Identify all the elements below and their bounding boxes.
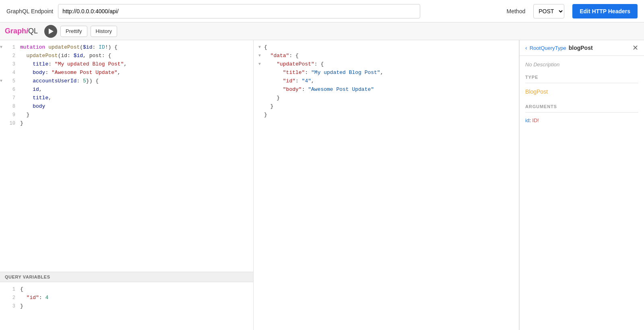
doc-body: No Description TYPE BlogPost ARGUMENTS i… xyxy=(520,56,644,330)
doc-current-title: blogPost xyxy=(569,45,630,51)
response-code: ▼ { ▼ "data": { ▼ "updatePost": { "title… xyxy=(254,40,519,123)
line-num-7: 7 xyxy=(6,94,20,102)
line-content-2: updatePost(id: $id, post: { xyxy=(20,52,253,60)
query-code: ▼ 1 mutation updatePost($id: ID!) { 2 up… xyxy=(0,40,253,131)
collapse-arrow-1[interactable]: ▼ xyxy=(0,43,6,51)
doc-close-button[interactable]: ✕ xyxy=(632,44,638,51)
collapse-arrow-10 xyxy=(0,119,6,120)
collapse-arrow-9 xyxy=(0,111,6,112)
collapse-arrow-7 xyxy=(0,94,6,95)
doc-type-link[interactable]: BlogPost xyxy=(525,88,548,95)
resp-content-4: "title": "My updated Blog Post", xyxy=(264,69,514,77)
collapse-arrow-4 xyxy=(0,69,6,70)
graphiql-title: GraphiQL xyxy=(5,27,38,35)
collapse-arrow-5[interactable]: ▼ xyxy=(0,77,6,84)
query-editor[interactable]: ▼ 1 mutation updatePost($id: ID!) { 2 up… xyxy=(0,40,253,272)
code-line-3: 3 title: "My updated Blog Post", xyxy=(0,60,253,69)
doc-divider-1 xyxy=(525,83,638,83)
var-line-3: 3 } xyxy=(0,302,253,311)
main-layout: ▼ 1 mutation updatePost($id: ID!) { 2 up… xyxy=(0,40,644,330)
doc-pane: ‹ RootQueryType blogPost ✕ No Descriptio… xyxy=(519,40,644,330)
graphiql-ql: QL xyxy=(28,27,38,35)
code-line-2: 2 updatePost(id: $id, post: { xyxy=(0,52,253,60)
var-content-1: { xyxy=(20,285,253,294)
method-select[interactable]: POST GET xyxy=(533,4,564,18)
method-label: Method xyxy=(507,8,526,14)
run-icon xyxy=(49,29,54,34)
line-content-4: body: "Awesome Post Update", xyxy=(20,69,253,77)
var-num-3: 3 xyxy=(6,302,20,310)
prettify-button[interactable]: Prettify xyxy=(60,26,87,37)
graphiql-g: Graph xyxy=(5,27,26,35)
endpoint-input[interactable] xyxy=(58,4,420,18)
line-content-8: body xyxy=(20,102,253,111)
resp-arrow-2[interactable]: ▼ xyxy=(258,52,264,59)
line-content-10: } xyxy=(20,119,253,128)
resp-arrow-4 xyxy=(258,69,264,70)
line-content-3: title: "My updated Blog Post", xyxy=(20,60,253,69)
resp-arrow-9 xyxy=(258,111,264,112)
resp-arrow-6 xyxy=(258,86,264,86)
line-num-5: 5 xyxy=(6,77,20,85)
code-line-9: 9 } xyxy=(0,111,253,119)
var-content-2: "id": 4 xyxy=(20,294,253,302)
resp-content-9: } xyxy=(264,111,514,119)
line-num-3: 3 xyxy=(6,60,20,68)
resp-line-9: } xyxy=(258,111,514,119)
doc-header: ‹ RootQueryType blogPost ✕ xyxy=(520,40,644,56)
resp-line-8: } xyxy=(258,102,514,111)
resp-line-5: "id": "4", xyxy=(258,77,514,86)
resp-content-5: "id": "4", xyxy=(264,77,514,86)
line-content-1: mutation updatePost($id: ID!) { xyxy=(20,43,253,52)
top-bar: GraphQL Endpoint Method POST GET Edit HT… xyxy=(0,0,644,23)
resp-content-1: { xyxy=(264,43,514,52)
edit-headers-button[interactable]: Edit HTTP Headers xyxy=(572,4,638,18)
endpoint-label: GraphQL Endpoint xyxy=(6,8,53,14)
resp-arrow-7 xyxy=(258,94,264,95)
query-variables-bar[interactable]: QUERY VARIABLES xyxy=(0,272,253,282)
query-variables-editor[interactable]: 1 { 2 "id": 4 3 } xyxy=(0,282,253,330)
doc-divider-2 xyxy=(525,112,638,113)
line-content-5: accountsUserId: 5}) { xyxy=(20,77,253,86)
line-content-7: title, xyxy=(20,94,253,102)
doc-arguments-section: ARGUMENTS xyxy=(525,104,638,109)
line-num-9: 9 xyxy=(6,111,20,119)
doc-nav-link[interactable]: RootQueryType xyxy=(530,45,566,51)
history-button[interactable]: History xyxy=(91,26,117,37)
resp-arrow-3[interactable]: ▼ xyxy=(258,60,264,68)
var-content-3: } xyxy=(20,302,253,311)
line-num-1: 1 xyxy=(6,43,20,51)
resp-line-2: ▼ "data": { xyxy=(258,52,514,60)
line-num-10: 10 xyxy=(6,119,20,127)
resp-content-3: "updatePost": { xyxy=(264,60,514,69)
resp-content-6: "body": "Awesome Post Update" xyxy=(264,86,514,94)
run-button[interactable] xyxy=(44,25,57,38)
code-line-7: 7 title, xyxy=(0,94,253,102)
doc-type-section: TYPE xyxy=(525,75,638,80)
doc-argument: id: ID! xyxy=(525,117,638,123)
resp-line-4: "title": "My updated Blog Post", xyxy=(258,69,514,77)
code-line-4: 4 body: "Awesome Post Update", xyxy=(0,69,253,77)
line-num-8: 8 xyxy=(6,102,20,111)
left-pane: ▼ 1 mutation updatePost($id: ID!) { 2 up… xyxy=(0,40,254,330)
collapse-arrow-3 xyxy=(0,60,6,61)
line-content-9: } xyxy=(20,111,253,119)
resp-arrow-1[interactable]: ▼ xyxy=(258,43,264,51)
code-line-5: ▼ 5 accountsUserId: 5}) { xyxy=(0,77,253,86)
doc-no-description: No Description xyxy=(525,61,638,68)
var-line-2: 2 "id": 4 xyxy=(0,294,253,302)
collapse-arrow-2 xyxy=(0,52,6,53)
line-num-2: 2 xyxy=(6,52,20,60)
var-line-1: 1 { xyxy=(0,285,253,294)
resp-arrow-8 xyxy=(258,102,264,103)
collapse-arrow-6 xyxy=(0,86,6,86)
variables-code: 1 { 2 "id": 4 3 } xyxy=(0,282,253,314)
code-line-10: 10 } xyxy=(0,119,253,128)
resp-line-7: } xyxy=(258,94,514,102)
doc-arg-name[interactable]: id xyxy=(525,117,529,123)
var-arrow-1 xyxy=(0,285,6,286)
line-num-4: 4 xyxy=(6,69,20,77)
resp-line-6: "body": "Awesome Post Update" xyxy=(258,86,514,94)
response-pane: ▼ { ▼ "data": { ▼ "updatePost": { "title… xyxy=(254,40,519,330)
resp-arrow-5 xyxy=(258,77,264,78)
